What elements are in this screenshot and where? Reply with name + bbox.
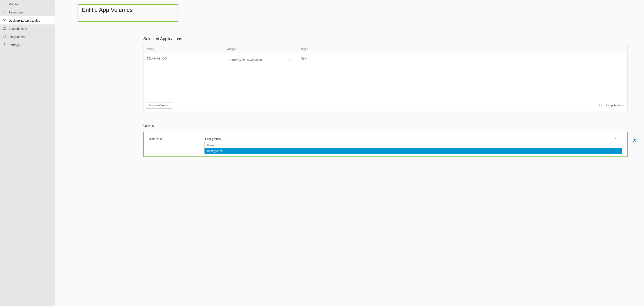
svg-point-4 xyxy=(3,12,4,12)
svg-line-16 xyxy=(4,36,5,36)
sidebar-item-monitor[interactable]: Monitor xyxy=(0,0,55,8)
chevron-down-icon xyxy=(614,137,617,141)
manage-columns-button[interactable]: Manage Columns xyxy=(146,102,173,109)
info-icon[interactable] xyxy=(632,138,636,143)
users-heading: Users xyxy=(143,123,628,128)
sidebar: Monitor Resources Desktop & App Catalog xyxy=(0,0,55,306)
sidebar-item-subscriptions[interactable]: Subscriptions xyxy=(0,24,55,33)
svg-point-6 xyxy=(5,12,5,12)
dropdown-option-users[interactable]: Users xyxy=(204,143,622,148)
user-types-row: User types User groups Users User groups xyxy=(149,136,622,154)
sidebar-item-integrations[interactable]: Integrations xyxy=(0,33,55,41)
cell-package: Current (7Zip-64Win1064) xyxy=(222,55,298,65)
package-select-value: Current (7Zip-64Win1064) xyxy=(228,58,262,62)
svg-point-7 xyxy=(3,13,4,13)
svg-point-9 xyxy=(5,13,5,13)
sidebar-item-settings[interactable]: Settings xyxy=(0,41,55,49)
chevron-down-icon xyxy=(288,58,291,62)
svg-point-18 xyxy=(4,44,5,45)
svg-point-1 xyxy=(3,11,4,12)
grid-icon xyxy=(2,10,6,14)
users-section-highlight: User types User groups Users User groups xyxy=(143,132,628,157)
svg-point-2 xyxy=(4,11,4,12)
column-header-stage[interactable]: Stage xyxy=(298,45,628,53)
selected-applications-heading: Selected Applications xyxy=(143,36,628,41)
cell-stage: New xyxy=(298,55,628,65)
sidebar-item-label: Integrations xyxy=(8,35,24,38)
table-row: 7Zip-64Win1064 Current (7Zip-64Win1064) … xyxy=(144,53,628,67)
table-header: Name Package Stage xyxy=(144,45,628,53)
svg-rect-11 xyxy=(3,28,6,29)
dropdown-option-user-groups[interactable]: User groups xyxy=(204,148,622,154)
svg-point-3 xyxy=(5,11,5,12)
table-body: 7Zip-64Win1064 Current (7Zip-64Win1064) … xyxy=(144,53,628,100)
gear-icon xyxy=(2,43,6,47)
header-band: Entitle App Volumes xyxy=(55,0,644,30)
main-content: Entitle App Volumes Selected Application… xyxy=(55,0,644,306)
cell-app-name: 7Zip-64Win1064 xyxy=(144,55,222,65)
chart-icon xyxy=(2,2,6,6)
column-header-name[interactable]: Name xyxy=(144,45,222,53)
svg-point-8 xyxy=(4,13,4,13)
stack-icon xyxy=(2,18,6,22)
sidebar-item-label: Settings xyxy=(8,43,20,47)
chevron-right-icon xyxy=(50,10,52,14)
nodes-icon xyxy=(2,35,6,39)
sidebar-item-label: Monitor xyxy=(8,2,19,6)
user-types-label: User types xyxy=(149,136,204,140)
sidebar-item-label: Resources xyxy=(8,10,23,14)
user-types-select-value: User groups xyxy=(205,137,221,141)
sidebar-item-resources[interactable]: Resources xyxy=(0,8,55,16)
table-footer: Manage Columns 1 - 1 of 1 applications xyxy=(144,100,628,111)
sidebar-item-label: Desktop & App Catalog xyxy=(8,19,40,22)
svg-point-5 xyxy=(4,12,4,12)
package-select[interactable]: Current (7Zip-64Win1064) xyxy=(227,57,293,63)
sidebar-item-label: Subscriptions xyxy=(8,27,27,30)
user-types-select[interactable]: User groups xyxy=(204,136,622,142)
content-area: Selected Applications Name Package Stage… xyxy=(134,30,636,163)
card-icon xyxy=(2,26,6,30)
svg-point-21 xyxy=(634,140,634,140)
row-count-text: 1 - 1 of 1 applications xyxy=(598,104,625,107)
sidebar-item-desktop-app-catalog[interactable]: Desktop & App Catalog xyxy=(0,16,55,24)
column-header-package[interactable]: Package xyxy=(222,45,298,53)
chevron-right-icon xyxy=(50,2,52,6)
svg-marker-10 xyxy=(3,19,6,20)
page-title: Entitle App Volumes xyxy=(82,7,133,13)
applications-table: Name Package Stage 7Zip-64Win1064 Curren… xyxy=(143,45,628,111)
page-title-highlight: Entitle App Volumes xyxy=(78,4,178,22)
user-types-dropdown: Users User groups xyxy=(204,142,622,154)
user-types-field: User groups Users User groups xyxy=(204,136,622,154)
svg-line-17 xyxy=(4,37,5,37)
